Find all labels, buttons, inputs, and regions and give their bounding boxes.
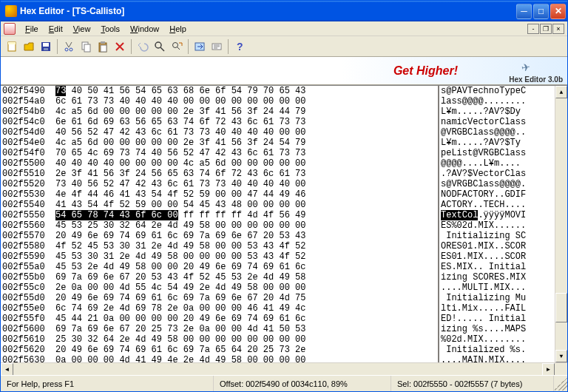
cut-button[interactable] — [61, 38, 77, 55]
ascii-row[interactable]: Initialized %s. — [441, 345, 555, 355]
ascii-row[interactable]: s@PAVTechnoTypeC — [441, 86, 555, 96]
find-replace-button[interactable] — [169, 38, 185, 55]
ascii-row[interactable]: NODFACTORY..GDIF — [441, 189, 555, 200]
hex-row[interactable]: 40 40 40 40 00 00 00 00 4c a5 6d 00 00 0… — [55, 158, 438, 169]
hex-row[interactable]: 4c a5 6d 00 00 00 00 00 2e 3f 41 56 3f 2… — [55, 138, 438, 148]
offset-cell: 002f55d0 — [2, 293, 53, 303]
hex-row[interactable]: 69 7a 69 6e 67 20 25 73 2e 0a 00 00 4d 4… — [55, 324, 438, 334]
copy-button[interactable] — [78, 38, 94, 55]
ascii-row[interactable]: s@VRGBClass@@@@. — [441, 179, 555, 189]
bookmark-button[interactable] — [209, 38, 225, 55]
banner: Get Higher! ✈ Hex Editor 3.0b — [1, 57, 567, 85]
offset-cell: 002f5580 — [2, 241, 53, 251]
hex-row[interactable]: 20 49 6e 69 74 69 61 6c 69 7a 69 6e 67 2… — [55, 231, 438, 241]
ascii-row[interactable]: ....MAIN.MIX.... — [441, 355, 555, 362]
hex-row[interactable]: 20 49 6e 69 74 69 61 6c 69 7a 65 64 20 2… — [55, 345, 438, 355]
offset-cell: 002f54d0 — [2, 127, 53, 138]
hex-row[interactable]: 73 40 50 41 56 54 65 63 68 6e 6f 54 79 7… — [55, 86, 438, 96]
scroll-right-button[interactable]: ► — [542, 363, 555, 376]
delete-button[interactable] — [112, 38, 128, 55]
open-button[interactable] — [21, 38, 37, 55]
hex-row[interactable]: 69 7a 69 6e 67 20 53 43 4f 52 45 53 2e 4… — [55, 272, 438, 283]
scroll-down-button[interactable]: ▼ — [555, 350, 567, 362]
mdi-minimize-button[interactable]: - — [527, 24, 539, 34]
ascii-row[interactable]: %02d.MIX........ — [441, 334, 555, 345]
save-button[interactable] — [38, 38, 54, 55]
ascii-row[interactable]: L¥m.....?AV?$Dy — [441, 107, 555, 117]
hex-row[interactable]: 6c 74 69 2e 4d 69 78 2e 0a 00 00 00 46 4… — [55, 303, 438, 314]
scroll-thumb[interactable] — [555, 293, 567, 322]
ascii-row[interactable]: Initializing Mu — [441, 293, 555, 303]
hex-row[interactable]: 41 43 54 4f 52 59 00 00 54 45 43 48 00 0… — [55, 200, 438, 210]
hex-row[interactable]: 6e 61 6d 69 63 56 65 63 74 6f 72 43 6c 6… — [55, 117, 438, 127]
undo-button[interactable] — [135, 38, 151, 55]
ascii-row[interactable]: .?AV?$VectorClas — [441, 169, 555, 179]
hex-row[interactable]: 2e 3f 41 56 3f 24 56 65 63 74 6f 72 43 6… — [55, 169, 438, 179]
horizontal-scrollbar[interactable]: ◄ ► — [1, 362, 567, 375]
hex-row[interactable]: 40 56 52 47 42 43 6c 61 73 73 40 40 40 4… — [55, 127, 438, 138]
hex-row[interactable]: 0a 00 00 00 4d 41 49 4e 2e 4d 49 58 00 0… — [55, 355, 438, 362]
menu-file[interactable]: File — [20, 23, 44, 35]
hex-row[interactable]: 45 53 2e 4d 49 58 00 00 20 49 6e 69 74 6… — [55, 262, 438, 272]
ascii-row[interactable]: @@@@....L¥m.... — [441, 158, 555, 169]
hex-row[interactable]: 25 30 32 64 2e 4d 49 58 00 00 00 00 00 0… — [55, 334, 438, 345]
ascii-row[interactable]: ES%02d.MIX...... — [441, 220, 555, 231]
hex-view[interactable]: 002f5490002f54a0002f54b0002f54c0002f54d0… — [1, 85, 567, 362]
find-button[interactable] — [152, 38, 168, 55]
ascii-row[interactable]: izing %s....MAPS — [441, 324, 555, 334]
ascii-row[interactable]: Initializing SC — [441, 231, 555, 241]
ascii-row[interactable]: peList@VRGBClass — [441, 148, 555, 158]
ascii-row[interactable]: izing SCORES.MIX — [441, 272, 555, 283]
ascii-row[interactable]: ES01.MIX....SCOR — [441, 251, 555, 262]
maximize-button[interactable]: □ — [533, 4, 549, 19]
hex-row[interactable]: 45 53 25 30 32 64 2e 4d 49 58 00 00 00 0… — [55, 220, 438, 231]
goto-button[interactable] — [192, 38, 208, 55]
hex-row[interactable]: 73 40 56 52 47 42 43 6c 61 73 73 40 40 4… — [55, 179, 438, 189]
offset-cell: 002f54c0 — [2, 117, 53, 127]
vertical-scrollbar[interactable]: ▲ ▼ — [555, 86, 567, 362]
close-button[interactable]: ✕ — [550, 4, 566, 19]
menu-edit[interactable]: Edit — [44, 23, 68, 35]
menu-window[interactable]: Window — [125, 23, 164, 35]
hex-row[interactable]: 2e 0a 00 00 4d 55 4c 54 49 2e 4d 49 58 0… — [55, 283, 438, 293]
ascii-row[interactable]: ....MULTI.MIX... — [441, 283, 555, 293]
mdi-restore-button[interactable]: ❐ — [540, 24, 552, 34]
scroll-left-button[interactable]: ◄ — [1, 363, 13, 376]
ascii-row[interactable]: TextCol.ÿÿÿÿMOVI — [441, 210, 555, 220]
ascii-row[interactable]: lass@@@@........ — [441, 96, 555, 107]
minimize-button[interactable]: ─ — [516, 4, 532, 19]
scroll-up-button[interactable]: ▲ — [555, 86, 567, 98]
hex-row[interactable]: 45 53 30 31 2e 4d 49 58 00 00 00 00 53 4… — [55, 251, 438, 262]
hex-row[interactable]: 4e 4f 44 46 41 43 54 4f 52 59 00 00 47 4… — [55, 189, 438, 200]
resize-grip[interactable] — [554, 377, 567, 391]
offset-cell: 002f55a0 — [2, 262, 53, 272]
hex-row[interactable]: 4f 52 45 53 30 31 2e 4d 49 58 00 00 53 4… — [55, 241, 438, 251]
help-button[interactable]: ? — [231, 38, 248, 55]
hex-row[interactable]: 54 65 78 74 43 6f 6c 00 ff ff ff ff 4d 4… — [55, 210, 438, 220]
ascii-row[interactable]: ES.MIX.. Initial — [441, 262, 555, 272]
hex-row[interactable]: 4c a5 6d 00 00 00 00 00 2e 3f 41 56 3f 2… — [55, 107, 438, 117]
status-selection: Sel: 002f5550 - 002f5557 (7 bytes) — [391, 376, 554, 391]
hex-row[interactable]: 45 44 21 0a 00 00 00 00 20 49 6e 69 74 6… — [55, 314, 438, 324]
offset-cell: 002f5630 — [2, 355, 53, 362]
paste-button[interactable] — [95, 38, 111, 55]
ascii-row[interactable]: namicVectorClass — [441, 117, 555, 127]
hex-row[interactable]: 20 49 6e 69 74 69 61 6c 69 7a 69 6e 67 2… — [55, 293, 438, 303]
hex-column[interactable]: 73 40 50 41 56 54 65 63 68 6e 6f 54 79 7… — [53, 86, 438, 362]
doc-icon — [4, 23, 16, 35]
menu-view[interactable]: View — [68, 23, 96, 35]
menu-help[interactable]: Help — [164, 23, 192, 35]
mdi-close-button[interactable]: × — [552, 24, 564, 34]
ascii-row[interactable]: ED!..... Initial — [441, 314, 555, 324]
hex-row[interactable]: 70 65 4c 69 73 74 40 56 52 47 42 43 6c 6… — [55, 148, 438, 158]
menu-tools[interactable]: Tools — [95, 23, 125, 35]
ascii-row[interactable]: ACTORY..TECH.... — [441, 200, 555, 210]
ascii-column[interactable]: s@PAVTechnoTypeClass@@@@........L¥m.....… — [438, 86, 555, 362]
ascii-row[interactable]: ORES01.MIX..SCOR — [441, 241, 555, 251]
ascii-row[interactable]: @VRGBClass@@@@.. — [441, 127, 555, 138]
new-button[interactable] — [4, 38, 20, 55]
ascii-row[interactable]: lti.Mix.....FAIL — [441, 303, 555, 314]
hex-row[interactable]: 6c 61 73 73 40 40 40 40 00 00 00 00 00 0… — [55, 96, 438, 107]
offset-cell: 002f5520 — [2, 179, 53, 189]
ascii-row[interactable]: L¥m.....?AV?$Ty — [441, 138, 555, 148]
